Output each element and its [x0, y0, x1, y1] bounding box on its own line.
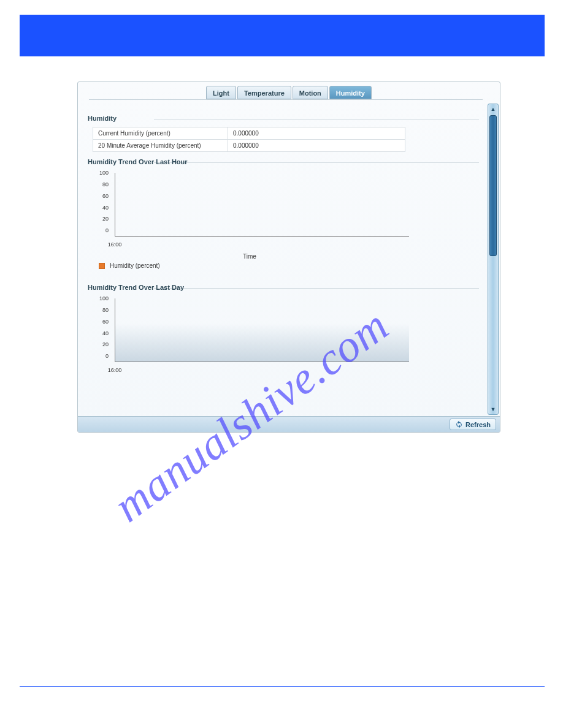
- table-row: 20 Minute Average Humidity (percent) 0.0…: [93, 140, 405, 152]
- y-tick: 60: [102, 319, 109, 325]
- tab-underline: [89, 99, 483, 100]
- chart-legend: Humidity (percent): [99, 262, 479, 269]
- document-footer-rule: [20, 686, 545, 687]
- x-tick: 16:00: [108, 241, 122, 248]
- content-area: Humidity Current Humidity (percent) 0.00…: [80, 104, 486, 415]
- trend-day-label: Humidity Trend Over Last Day: [88, 284, 188, 291]
- humidity-panel: Light Temperature Motion Humidity Humidi…: [77, 82, 500, 433]
- chart-humidity-day: 100 80 60 40 20 0 16:00: [90, 296, 409, 376]
- chart-hour-y-axis: 100 80 60 40 20 0: [90, 170, 112, 238]
- y-tick: 20: [102, 341, 109, 347]
- document-header-bar: [20, 15, 545, 56]
- chart-humidity-hour: 100 80 60 40 20 0 16:00 Time: [90, 170, 409, 250]
- avg20-humidity-label: 20 Minute Average Humidity (percent): [93, 140, 228, 152]
- scroll-thumb[interactable]: [489, 115, 497, 256]
- scroll-down-arrow-icon[interactable]: ▼: [488, 404, 498, 414]
- vertical-scrollbar[interactable]: ▲ ▼: [488, 104, 499, 415]
- refresh-label: Refresh: [465, 421, 491, 428]
- y-tick: 60: [102, 193, 109, 199]
- tab-motion[interactable]: Motion: [293, 86, 328, 99]
- trend-hour-label: Humidity Trend Over Last Hour: [88, 158, 191, 165]
- tab-humidity[interactable]: Humidity: [329, 86, 372, 99]
- legend-series-label: Humidity (percent): [110, 262, 160, 269]
- y-tick: 80: [102, 181, 109, 188]
- y-tick: 20: [102, 216, 109, 222]
- y-tick: 100: [99, 295, 109, 301]
- tab-temperature[interactable]: Temperature: [237, 86, 291, 99]
- scroll-up-arrow-icon[interactable]: ▲: [488, 104, 498, 114]
- section-humidity-title: Humidity: [88, 115, 479, 122]
- x-axis-label: Time: [243, 253, 256, 260]
- y-tick: 100: [99, 170, 109, 176]
- section-trend-day-title: Humidity Trend Over Last Day: [88, 284, 479, 291]
- bottom-toolbar: Refresh: [78, 416, 500, 432]
- tab-bar: Light Temperature Motion Humidity: [78, 86, 500, 99]
- humidity-readings-table: Current Humidity (percent) 0.000000 20 M…: [93, 127, 405, 152]
- section-trend-hour-title: Humidity Trend Over Last Hour: [88, 158, 479, 165]
- y-tick: 40: [102, 205, 109, 211]
- chart-day-y-axis: 100 80 60 40 20 0: [90, 296, 112, 363]
- tab-light[interactable]: Light: [206, 86, 236, 99]
- table-row: Current Humidity (percent) 0.000000: [93, 127, 405, 140]
- chart-day-plot-area: [115, 298, 409, 362]
- avg20-humidity-value: 0.000000: [228, 140, 405, 152]
- y-tick: 40: [102, 330, 109, 336]
- current-humidity-value: 0.000000: [228, 127, 405, 140]
- chart-hour-plot-area: [115, 173, 409, 237]
- y-tick: 0: [105, 227, 109, 233]
- x-tick: 16:00: [108, 367, 122, 373]
- y-tick: 0: [105, 353, 109, 359]
- y-tick: 80: [102, 307, 109, 313]
- section-humidity-label: Humidity: [88, 115, 120, 122]
- legend-swatch-icon: [99, 263, 105, 269]
- refresh-icon: [455, 420, 463, 428]
- current-humidity-label: Current Humidity (percent): [93, 127, 228, 140]
- refresh-button[interactable]: Refresh: [450, 419, 496, 430]
